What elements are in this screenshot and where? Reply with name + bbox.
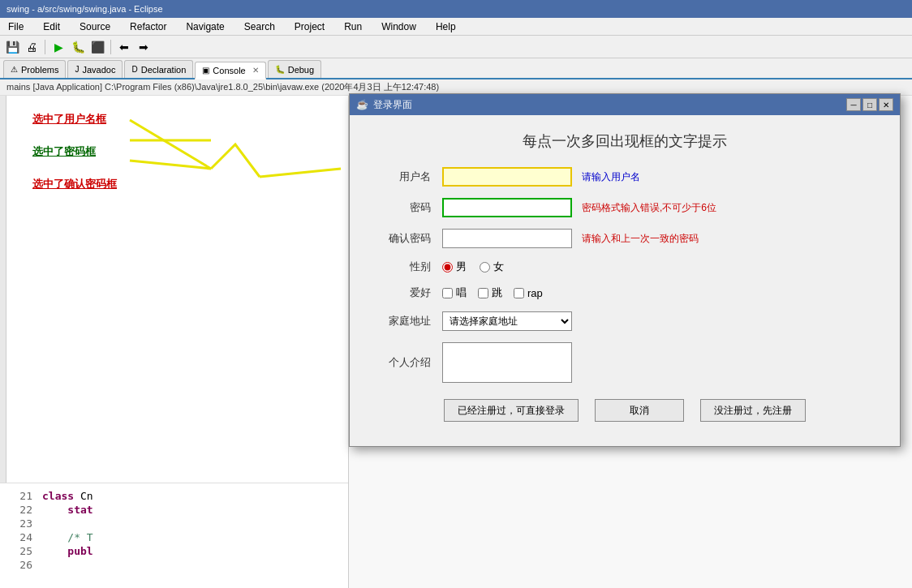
dialog-controls: ─ □ ✕ <box>846 98 893 111</box>
menu-bar: File Edit Source Refactor Navigate Searc… <box>0 18 912 36</box>
dialog-window: ☕ 登录界面 ─ □ ✕ 每点一次多回出现框的文字提示 用户名 请输入用户名 密… <box>349 93 901 447</box>
console-info-text: mains [Java Application] C:\Program File… <box>6 81 439 93</box>
input-password[interactable] <box>442 198 572 217</box>
toolbar-forward[interactable]: ➡ <box>135 38 153 56</box>
dialog-content: 每点一次多回出现框的文字提示 用户名 请输入用户名 密码 密码格式输入错误,不可… <box>350 115 900 446</box>
tab-declaration-label: Declaration <box>141 65 187 75</box>
toolbar-sep-2 <box>110 40 111 54</box>
label-confirm-password: 确认密码 <box>374 231 431 246</box>
dialog-close-button[interactable]: ✕ <box>879 98 893 111</box>
label-address: 家庭地址 <box>374 314 431 328</box>
cancel-button[interactable]: 取消 <box>595 399 684 422</box>
checkbox-rap[interactable]: rap <box>514 287 543 299</box>
left-panel: 选中了用户名框 选中了密码框 选中了确认密码框 21 class Cn 22 s… <box>0 96 349 588</box>
radio-female-label: 女 <box>493 260 504 274</box>
debug-icon: 🐛 <box>275 65 285 74</box>
form-row-confirm-password: 确认密码 请输入和上一次一致的密码 <box>374 229 875 248</box>
menu-run[interactable]: Run <box>339 19 367 34</box>
hint-username: 请输入用户名 <box>582 170 640 184</box>
checkbox-sing-input[interactable] <box>442 288 453 298</box>
toolbar: 💾 🖨 ▶ 🐛 ⬛ ⬅ ➡ <box>0 36 912 58</box>
tab-javadoc-label: Javadoc <box>82 65 115 75</box>
radio-female-input[interactable] <box>480 262 490 273</box>
form-row-username: 用户名 请输入用户名 <box>374 167 875 187</box>
menu-edit[interactable]: Edit <box>38 19 65 34</box>
register-button[interactable]: 没注册过，先注册 <box>700 399 806 422</box>
form-row-address: 家庭地址 请选择家庭地址 北京 上海 广州 深圳 <box>374 311 875 331</box>
title-bar: swing - a/src/swing/swing.java - Eclipse <box>0 0 912 18</box>
title-text: swing - a/src/swing/swing.java - Eclipse <box>6 4 163 14</box>
tab-console[interactable]: ▣ Console ✕ <box>195 62 265 79</box>
dialog-minimize-button[interactable]: ─ <box>846 98 861 111</box>
tab-javadoc[interactable]: J Javadoc <box>67 60 123 78</box>
tab-declaration[interactable]: D Declaration <box>124 60 193 78</box>
dialog-instruction: 每点一次多回出现框的文字提示 <box>374 131 875 151</box>
tab-problems[interactable]: ⚠ Problems <box>3 60 66 78</box>
console-close-icon[interactable]: ✕ <box>252 66 259 75</box>
dialog-buttons: 已经注册过，可直接登录 取消 没注册过，先注册 <box>374 399 875 430</box>
menu-source[interactable]: Source <box>75 19 115 34</box>
code-area: 21 class Cn 22 stat 23 24 /* T 25 <box>0 483 348 588</box>
dialog-title-icon: ☕ <box>356 99 368 110</box>
dialog-title-text: 登录界面 <box>373 98 412 112</box>
toolbar-run[interactable]: ▶ <box>49 38 67 56</box>
textarea-intro[interactable] <box>442 342 572 383</box>
eclipse-window: swing - a/src/swing/swing.java - Eclipse… <box>0 0 912 588</box>
code-line-25: 25 publ <box>13 545 335 557</box>
toolbar-print[interactable]: 🖨 <box>23 38 41 56</box>
tab-debug[interactable]: 🐛 Debug <box>268 60 321 78</box>
code-line-22: 22 stat <box>13 504 335 516</box>
label-username: 用户名 <box>374 170 431 184</box>
checkbox-sing-label: 唱 <box>456 285 467 300</box>
hint-confirm-password: 请输入和上一次一致的密码 <box>582 232 699 246</box>
radio-female[interactable]: 女 <box>480 260 504 274</box>
form-row-gender: 性别 男 女 <box>374 260 875 274</box>
gender-radio-group: 男 女 <box>442 260 504 274</box>
checkbox-rap-input[interactable] <box>514 288 524 298</box>
form-row-intro: 个人介绍 <box>374 342 875 383</box>
menu-navigate[interactable]: Navigate <box>181 19 229 34</box>
checkbox-rap-label: rap <box>527 287 543 299</box>
declaration-icon: D <box>131 65 137 74</box>
toolbar-debug[interactable]: 🐛 <box>69 38 87 56</box>
dialog-title-left: ☕ 登录界面 <box>356 98 412 112</box>
toolbar-save[interactable]: 💾 <box>3 38 21 56</box>
form-row-password: 密码 密码格式输入错误,不可少于6位 <box>374 198 875 217</box>
menu-file[interactable]: File <box>3 19 28 34</box>
toolbar-sep-1 <box>45 40 45 54</box>
menu-help[interactable]: Help <box>431 19 461 34</box>
label-intro: 个人介绍 <box>374 355 431 370</box>
login-button[interactable]: 已经注册过，可直接登录 <box>444 399 579 422</box>
label-gender: 性别 <box>374 260 431 274</box>
toolbar-stop[interactable]: ⬛ <box>88 38 106 56</box>
code-line-26: 26 <box>13 559 335 571</box>
checkbox-sing[interactable]: 唱 <box>442 285 467 300</box>
problems-icon: ⚠ <box>11 65 18 74</box>
select-address[interactable]: 请选择家庭地址 北京 上海 广州 深圳 <box>442 311 572 331</box>
javadoc-icon: J <box>75 65 79 74</box>
radio-male-input[interactable] <box>442 262 453 273</box>
tab-console-label: Console <box>213 66 245 75</box>
annotation-username: 选中了用户名框 <box>32 112 332 127</box>
tab-bar: ⚠ Problems J Javadoc D Declaration ▣ Con… <box>0 58 912 79</box>
toolbar-back[interactable]: ⬅ <box>115 38 133 56</box>
checkbox-dance-input[interactable] <box>478 288 488 298</box>
radio-male-label: 男 <box>456 260 467 274</box>
menu-project[interactable]: Project <box>290 19 329 34</box>
console-icon: ▣ <box>202 66 209 75</box>
input-username[interactable] <box>442 167 572 187</box>
dialog-maximize-button[interactable]: □ <box>863 98 877 111</box>
dialog-titlebar: ☕ 登录界面 ─ □ ✕ <box>350 94 900 115</box>
code-line-21: 21 class Cn <box>13 490 335 502</box>
hobby-checkbox-group: 唱 跳 rap <box>442 285 543 300</box>
radio-male[interactable]: 男 <box>442 260 467 274</box>
input-confirm-password[interactable] <box>442 229 572 248</box>
annotation-confirm: 选中了确认密码框 <box>32 177 332 191</box>
tab-debug-label: Debug <box>288 65 314 75</box>
form-row-hobby: 爱好 唱 跳 rap <box>374 285 875 300</box>
tab-problems-label: Problems <box>21 65 58 75</box>
menu-search[interactable]: Search <box>239 19 280 34</box>
menu-window[interactable]: Window <box>376 19 421 34</box>
menu-refactor[interactable]: Refactor <box>125 19 171 34</box>
checkbox-dance[interactable]: 跳 <box>478 285 502 300</box>
